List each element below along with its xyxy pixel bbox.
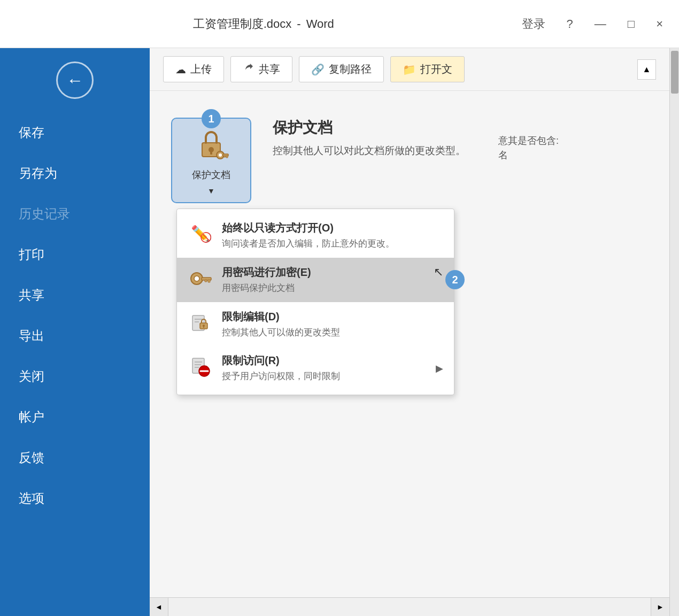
submenu-arrow-icon: ▶ bbox=[436, 363, 443, 374]
svg-rect-2 bbox=[210, 151, 212, 155]
svg-point-9 bbox=[194, 276, 199, 281]
sidebar-item-feedback[interactable]: 反馈 bbox=[0, 437, 150, 478]
encrypt-title: 用密码进行加密(E) bbox=[222, 265, 419, 280]
restrict-edit-menu-text: 限制编辑(D) 控制其他人可以做的更改类型 bbox=[222, 310, 443, 339]
svg-rect-7 bbox=[224, 156, 226, 157]
link-icon: 🔗 bbox=[311, 63, 325, 76]
svg-rect-11 bbox=[208, 280, 210, 282]
restrict-edit-title: 限制编辑(D) bbox=[222, 310, 443, 324]
right-scrollbar[interactable] bbox=[669, 48, 679, 616]
readonly-menu-text: 始终以只读方式打开(O) 询问读者是否加入编辑，防止意外的更改。 bbox=[222, 221, 443, 250]
back-arrow-icon: ← bbox=[66, 71, 83, 90]
sidebar-item-save[interactable]: 保存 bbox=[0, 112, 150, 153]
bottom-bar: ◄ ► bbox=[150, 597, 669, 616]
protect-button-label: 保护文档 bbox=[192, 168, 230, 181]
protect-lock-icon bbox=[192, 126, 230, 163]
app-name: Word bbox=[306, 17, 334, 31]
dropdown-arrow: ▼ bbox=[207, 187, 215, 195]
encrypt-desc: 用密码保护此文档 bbox=[222, 282, 419, 295]
restrict-access-title: 限制访问(R) bbox=[222, 353, 426, 368]
login-button[interactable]: 登录 bbox=[516, 13, 551, 35]
restrict-access-menu-text: 限制访问(R) 授予用户访问权限，同时限制 bbox=[222, 353, 426, 383]
right-info-text: 意其是否包含: bbox=[498, 134, 648, 148]
bottom-scroll-right[interactable]: ► bbox=[651, 598, 669, 617]
menu-item-restrict-access[interactable]: 限制访问(R) 授予用户访问权限，同时限制 ▶ bbox=[177, 346, 454, 390]
right-arrow-icon: ► bbox=[657, 603, 664, 611]
scrollbar-thumb bbox=[671, 51, 678, 94]
right-info-panel: 意其是否包含: 名 bbox=[498, 134, 648, 163]
sidebar-item-save-as[interactable]: 另存为 bbox=[0, 153, 150, 194]
upload-button[interactable]: ☁ 上传 bbox=[163, 56, 224, 82]
sidebar-item-history: 历史记录 bbox=[0, 194, 150, 234]
key-icon bbox=[188, 265, 212, 290]
svg-rect-6 bbox=[226, 156, 228, 158]
toolbar-scroll-up[interactable]: ▲ bbox=[637, 59, 656, 80]
svg-point-4 bbox=[219, 153, 222, 157]
left-arrow-icon: ◄ bbox=[155, 603, 163, 611]
sidebar-item-options[interactable]: 选项 bbox=[0, 478, 150, 519]
bottom-scroll-left[interactable]: ◄ bbox=[150, 598, 168, 617]
titlebar: 工资管理制度.docx - Word 登录 ? — □ × bbox=[0, 0, 679, 48]
svg-rect-18 bbox=[203, 326, 204, 328]
menu-item-encrypt[interactable]: 用密码进行加密(E) 用密码保护此文档 ↖ 2 bbox=[177, 258, 454, 302]
right-info-item: 名 bbox=[498, 148, 648, 163]
sidebar: ← 保存 另存为 历史记录 打印 共享 导出 关闭 帐户 反馈 选 bbox=[0, 48, 150, 616]
sidebar-item-close[interactable]: 关闭 bbox=[0, 356, 150, 397]
protect-info: 保护文档 控制其他人可以对此文档所做的更改类型。 bbox=[273, 118, 466, 159]
menu-item-readonly[interactable]: ✏️ 🚫 始终以只读方式打开(O) 询问读者是否加入编辑，防止意外的更改。 bbox=[177, 213, 454, 258]
folder-icon: 📁 bbox=[403, 63, 416, 76]
encrypt-menu-text: 用密码进行加密(E) 用密码保护此文档 bbox=[222, 265, 419, 295]
separator: - bbox=[297, 17, 300, 31]
content-area: ☁ 上传 共享 🔗 复制路径 📁 打开文 ▲ bbox=[150, 48, 669, 616]
upload-icon: ☁ bbox=[175, 63, 186, 76]
copy-path-button[interactable]: 🔗 复制路径 bbox=[299, 56, 384, 82]
doc-no-icon bbox=[188, 353, 212, 378]
menu-item-restrict-edit[interactable]: 限制编辑(D) 控制其他人可以做的更改类型 bbox=[177, 302, 454, 346]
main-container: ← 保存 另存为 历史记录 打印 共享 导出 关闭 帐户 反馈 选 bbox=[0, 48, 679, 616]
readonly-icon: ✏️ 🚫 bbox=[188, 221, 212, 245]
filename-label: 工资管理制度.docx bbox=[193, 16, 292, 32]
close-button[interactable]: × bbox=[651, 14, 668, 34]
open-file-button[interactable]: 📁 打开文 bbox=[390, 56, 465, 82]
titlebar-controls: 登录 ? — □ × bbox=[516, 13, 668, 35]
badge-2: 2 bbox=[445, 270, 465, 289]
sidebar-item-account[interactable]: 帐户 bbox=[0, 397, 150, 437]
minimize-button[interactable]: — bbox=[589, 14, 612, 34]
sidebar-item-print[interactable]: 打印 bbox=[0, 234, 150, 275]
readonly-title: 始终以只读方式打开(O) bbox=[222, 221, 443, 235]
protect-title: 保护文档 bbox=[273, 118, 466, 138]
help-button[interactable]: ? bbox=[561, 14, 578, 34]
doc-lock-icon bbox=[188, 310, 212, 334]
sidebar-item-export[interactable]: 导出 bbox=[0, 315, 150, 356]
sidebar-item-share[interactable]: 共享 bbox=[0, 275, 150, 315]
back-button[interactable]: ← bbox=[56, 61, 94, 99]
restrict-access-desc: 授予用户访问权限，同时限制 bbox=[222, 370, 426, 383]
readonly-desc: 询问读者是否加入编辑，防止意外的更改。 bbox=[222, 237, 443, 250]
titlebar-title: 工资管理制度.docx - Word bbox=[11, 16, 516, 32]
info-section: 1 bbox=[150, 91, 669, 219]
toolbar: ☁ 上传 共享 🔗 复制路径 📁 打开文 ▲ bbox=[150, 48, 669, 91]
restore-button[interactable]: □ bbox=[622, 14, 640, 34]
share-button[interactable]: 共享 bbox=[230, 56, 292, 82]
scroll-up-icon: ▲ bbox=[643, 65, 651, 74]
svg-rect-12 bbox=[205, 280, 207, 282]
cursor-icon: ↖ bbox=[434, 265, 443, 279]
sidebar-back-area: ← bbox=[0, 48, 150, 112]
share-icon bbox=[243, 62, 254, 76]
badge-1: 1 bbox=[202, 109, 221, 128]
restrict-edit-desc: 控制其他人可以做的更改类型 bbox=[222, 326, 443, 339]
protect-document-button[interactable]: 1 bbox=[171, 118, 251, 203]
protect-description: 控制其他人可以对此文档所做的更改类型。 bbox=[273, 143, 466, 159]
protect-dropdown-menu: ✏️ 🚫 始终以只读方式打开(O) 询问读者是否加入编辑，防止意外的更改。 bbox=[176, 209, 454, 395]
